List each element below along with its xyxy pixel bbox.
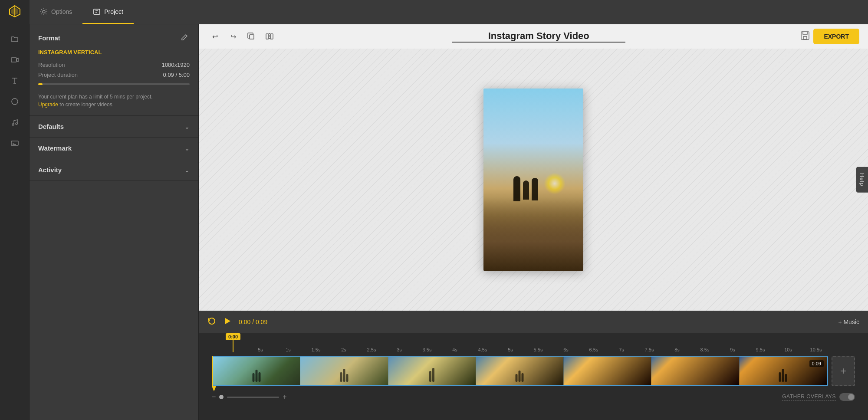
replay-button[interactable] bbox=[207, 317, 216, 328]
ruler-ticks: 5s 1s 1.5s 2s 2.5s 3s 3.5s 4s 4.5s 5s 5.… bbox=[212, 333, 830, 352]
tick-3s: 3s bbox=[385, 347, 413, 352]
svg-point-8 bbox=[16, 123, 17, 125]
tick-85s: 8.5s bbox=[691, 347, 719, 352]
logo-area bbox=[0, 0, 30, 24]
tick-15s: 1.5s bbox=[302, 347, 330, 352]
canvas-area: Help bbox=[199, 49, 868, 311]
duration-label: Project duration bbox=[38, 72, 78, 78]
music-button[interactable]: + Music bbox=[838, 318, 859, 325]
split-button[interactable] bbox=[262, 29, 277, 44]
zoom-controls: − + bbox=[212, 393, 287, 401]
timeline-controls: 0:00 / 0:09 + Music bbox=[199, 311, 868, 333]
watermark-chevron: ⌄ bbox=[184, 145, 190, 152]
watermark-header[interactable]: Watermark ⌄ bbox=[30, 138, 198, 159]
format-edit-button[interactable] bbox=[179, 32, 190, 44]
timeline-ruler: 0:00 5s 1s 1.5s 2s 2.5s 3s 3.5 bbox=[199, 333, 868, 352]
sidebar-icon-music[interactable] bbox=[5, 113, 24, 132]
save-button[interactable] bbox=[800, 31, 810, 43]
tick-5s2: 5s bbox=[496, 347, 524, 352]
svg-point-3 bbox=[43, 10, 45, 13]
playhead-bar bbox=[212, 356, 213, 386]
gather-overlays-toggle[interactable] bbox=[839, 393, 855, 401]
tick-45s: 4.5s bbox=[469, 347, 496, 352]
export-button[interactable]: EXPORT bbox=[813, 29, 859, 44]
canvas-video-frame bbox=[483, 89, 583, 271]
cursor-line bbox=[233, 340, 233, 352]
timeline-cursor: 0:00 bbox=[226, 333, 240, 352]
sidebar-icon-folder[interactable] bbox=[5, 30, 24, 49]
tick-55s: 5.5s bbox=[524, 347, 552, 352]
progress-bar-wrap bbox=[30, 82, 198, 91]
svg-rect-12 bbox=[270, 34, 273, 39]
svg-point-6 bbox=[12, 98, 18, 105]
zoom-slider-thumb[interactable] bbox=[219, 395, 224, 399]
add-track-button[interactable]: + bbox=[832, 356, 855, 386]
timeline-footer: − + GATHER OVERLAYS bbox=[199, 390, 868, 404]
play-button[interactable] bbox=[223, 317, 232, 328]
left-panel: Format INSTAGRAM VERTICAL Resolution 108… bbox=[30, 24, 199, 420]
zoom-out-button[interactable]: − bbox=[212, 393, 216, 401]
toggle-knob bbox=[848, 394, 854, 400]
activity-section: Activity ⌄ bbox=[30, 159, 198, 181]
help-button[interactable]: Help bbox=[856, 167, 868, 193]
activity-title: Activity bbox=[38, 166, 62, 174]
plan-notice: Your current plan has a limit of 5 mins … bbox=[30, 91, 198, 115]
tick-75s: 7.5s bbox=[635, 347, 663, 352]
tabs: Options Project bbox=[30, 0, 134, 24]
gather-overlays-label: GATHER OVERLAYS bbox=[782, 394, 836, 401]
timeline-area: 0:00 5s 1s 1.5s 2s 2.5s 3s 3.5 bbox=[199, 333, 868, 420]
resolution-label: Resolution bbox=[38, 62, 65, 68]
progress-bar-fill bbox=[38, 83, 43, 85]
tab-project[interactable]: Project bbox=[82, 0, 134, 24]
watermark-section: Watermark ⌄ bbox=[30, 138, 198, 159]
tick-25s: 2.5s bbox=[358, 347, 385, 352]
defaults-title: Defaults bbox=[38, 123, 64, 130]
redo-button[interactable]: ↪ bbox=[226, 29, 240, 44]
watermark-title: Watermark bbox=[38, 144, 72, 152]
defaults-header[interactable]: Defaults ⌄ bbox=[30, 116, 198, 137]
duration-value: 0:09 / 5:00 bbox=[163, 72, 190, 78]
tick-1s: 1s bbox=[274, 347, 302, 352]
svg-rect-10 bbox=[250, 35, 254, 39]
project-title-input[interactable] bbox=[452, 30, 625, 43]
activity-chevron: ⌄ bbox=[184, 167, 190, 174]
zoom-slider-track[interactable] bbox=[227, 397, 279, 398]
right-area: ↩ ↪ EXPORT bbox=[199, 24, 868, 420]
sidebar-icon-video[interactable] bbox=[5, 50, 24, 69]
tick-4s: 4s bbox=[441, 347, 469, 352]
defaults-section: Defaults ⌄ bbox=[30, 116, 198, 138]
zoom-in-button[interactable]: + bbox=[283, 393, 286, 401]
progress-bar-bg bbox=[38, 83, 190, 85]
sidebar-icons bbox=[0, 24, 30, 420]
resolution-value: 1080x1920 bbox=[162, 62, 190, 68]
svg-rect-14 bbox=[801, 32, 809, 39]
defaults-chevron: ⌄ bbox=[184, 123, 190, 130]
undo-button[interactable]: ↩ bbox=[207, 29, 222, 44]
sidebar-icon-shape[interactable] bbox=[5, 92, 24, 111]
tick-65s: 6.5s bbox=[580, 347, 608, 352]
format-subtitle: INSTAGRAM VERTICAL bbox=[30, 49, 198, 62]
duplicate-button[interactable] bbox=[244, 29, 259, 44]
tick-9s: 9s bbox=[719, 347, 746, 352]
save-area: EXPORT bbox=[800, 29, 859, 44]
format-section: Format INSTAGRAM VERTICAL Resolution 108… bbox=[30, 24, 198, 116]
gather-overlays: GATHER OVERLAYS bbox=[782, 393, 855, 401]
tick-7s: 7s bbox=[608, 347, 635, 352]
tick-35s: 3.5s bbox=[413, 347, 441, 352]
sidebar-icon-text[interactable] bbox=[5, 71, 24, 90]
svg-point-7 bbox=[12, 124, 14, 125]
activity-header[interactable]: Activity ⌄ bbox=[30, 159, 198, 180]
timeline-track-main[interactable]: 0:09 bbox=[212, 356, 828, 386]
tick-5s: 5s bbox=[247, 347, 274, 352]
topbar: Options Project bbox=[0, 0, 868, 24]
format-title: Format bbox=[38, 34, 60, 42]
tick-6s: 6s bbox=[552, 347, 580, 352]
main: Format INSTAGRAM VERTICAL Resolution 108… bbox=[0, 24, 868, 420]
sidebar-icon-caption[interactable] bbox=[5, 134, 24, 153]
tick-2s: 2s bbox=[330, 347, 358, 352]
tab-options[interactable]: Options bbox=[30, 0, 82, 24]
format-section-header: Format bbox=[30, 24, 198, 49]
tick-95s: 9.5s bbox=[746, 347, 774, 352]
timeline-tracks: 0:09 + bbox=[199, 352, 868, 390]
upgrade-link[interactable]: Upgrade bbox=[38, 102, 58, 108]
